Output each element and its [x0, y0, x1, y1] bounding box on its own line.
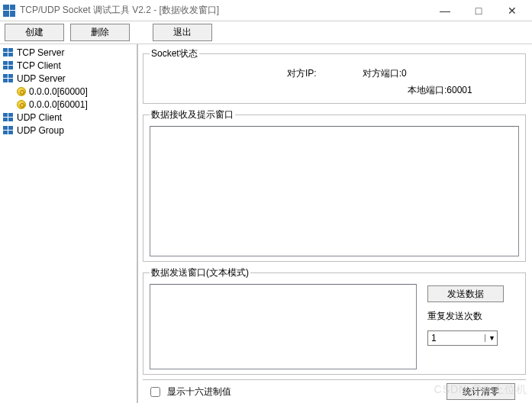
sidebar-item-label: UDP Client — [17, 112, 62, 123]
endpoint-icon — [17, 87, 26, 96]
reset-stats-button[interactable]: 统计清零 — [447, 383, 515, 400]
minimize-button[interactable]: ― — [428, 0, 462, 21]
socket-status-group: Socket状态 对方IP: 对方端口:0 本地端口:60001 — [143, 47, 526, 104]
send-group: 数据发送窗口(文本模式) 发送数据 重复发送次数 1 ▼ — [143, 266, 526, 375]
titlebar: TCP/UDP Socket 调试工具 V2.2 - [数据收发窗口] ― □ … — [0, 0, 532, 21]
hex-label: 显示十六进制值 — [167, 385, 231, 398]
receive-textarea[interactable] — [150, 126, 519, 256]
sidebar-item-label: TCP Client — [17, 60, 61, 71]
sidebar-item-udp-group[interactable]: UDP Group — [0, 124, 137, 137]
sidebar-item-label: UDP Server — [17, 73, 66, 84]
delete-button[interactable]: 删除 — [70, 24, 130, 41]
send-legend: 数据发送窗口(文本模式) — [150, 266, 250, 279]
hex-checkbox-wrap[interactable]: 显示十六进制值 — [147, 385, 231, 399]
repeat-value: 1 — [431, 333, 437, 343]
server-icon — [3, 126, 14, 135]
receive-group: 数据接收及提示窗口 — [143, 108, 526, 262]
server-icon — [3, 61, 14, 70]
sidebar-item-udp-endpoint[interactable]: 0.0.0.0[60000] — [0, 85, 137, 98]
sidebar-item-label: 0.0.0.0[60001] — [29, 99, 88, 110]
main: TCP Server TCP Client UDP Server 0.0.0.0… — [0, 44, 532, 403]
socket-status-legend: Socket状态 — [150, 47, 199, 60]
sidebar-item-udp-endpoint[interactable]: 0.0.0.0[60001] — [0, 98, 137, 111]
server-icon — [3, 74, 14, 83]
maximize-button[interactable]: □ — [462, 0, 495, 21]
send-textarea[interactable] — [150, 284, 417, 369]
chevron-down-icon: ▼ — [485, 334, 495, 342]
window-controls: ― □ ✕ — [428, 0, 529, 21]
local-port-label: 本地端口:60001 — [408, 85, 472, 95]
send-button[interactable]: 发送数据 — [427, 285, 504, 302]
repeat-label: 重复发送次数 — [427, 310, 519, 323]
window-title: TCP/UDP Socket 调试工具 V2.2 - [数据收发窗口] — [20, 4, 219, 17]
toolbar: 创建 删除 退出 — [0, 21, 532, 44]
sidebar-item-udp-server[interactable]: UDP Server — [0, 72, 137, 85]
sidebar-item-tcp-server[interactable]: TCP Server — [0, 46, 137, 59]
peer-ip-label: 对方IP: — [287, 65, 317, 82]
endpoint-icon — [17, 100, 26, 109]
peer-port-label: 对方端口:0 — [363, 65, 407, 82]
sidebar-item-label: UDP Group — [17, 125, 64, 136]
exit-button[interactable]: 退出 — [153, 24, 212, 41]
app-icon — [3, 5, 15, 17]
close-button[interactable]: ✕ — [495, 0, 529, 21]
hex-checkbox[interactable] — [150, 387, 160, 397]
repeat-select[interactable]: 1 ▼ — [427, 330, 498, 346]
content-pane: Socket状态 对方IP: 对方端口:0 本地端口:60001 数据接收及提示… — [138, 44, 532, 403]
sidebar-item-label: 0.0.0.0[60000] — [29, 86, 88, 97]
sidebar-tree: TCP Server TCP Client UDP Server 0.0.0.0… — [0, 44, 138, 403]
server-icon — [3, 48, 14, 57]
create-button[interactable]: 创建 — [5, 24, 64, 41]
server-icon — [3, 113, 14, 122]
sidebar-item-udp-client[interactable]: UDP Client — [0, 111, 137, 124]
sidebar-item-tcp-client[interactable]: TCP Client — [0, 59, 137, 72]
sidebar-item-label: TCP Server — [17, 47, 64, 58]
receive-legend: 数据接收及提示窗口 — [150, 108, 235, 121]
bottom-bar: 显示十六进制值 统计清零 — [143, 379, 526, 400]
